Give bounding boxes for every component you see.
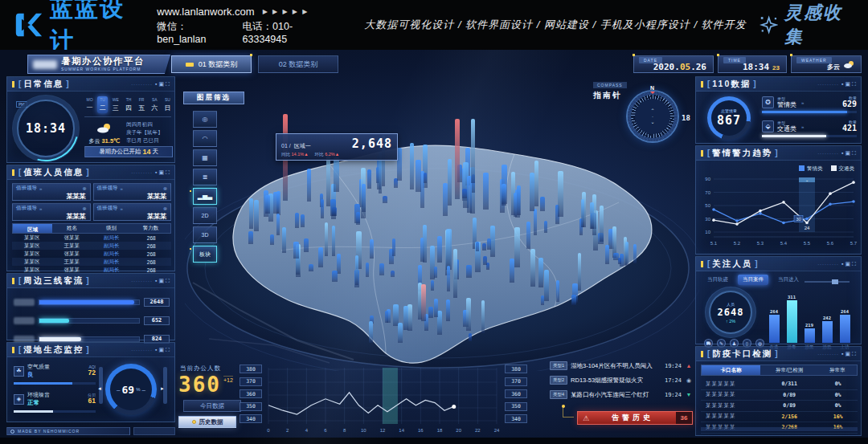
layer-button-radar[interactable]: ◠: [193, 130, 217, 147]
date-box: DATE 2020.05.26: [633, 55, 714, 73]
layer-button-bar-chart[interactable]: ▂▅▃: [193, 188, 217, 205]
brand-logo[interactable]: 蓝蓝设计: [14, 0, 139, 57]
date-label: DATE: [639, 57, 662, 63]
layer-button-list[interactable]: ≣: [193, 169, 217, 185]
cloud-icon: [843, 60, 854, 68]
svg-text:5.4: 5.4: [780, 241, 788, 246]
ecology-gauge: – 69 % – ◄ ►: [105, 364, 157, 415]
map-tooltip: 01 / 区域一 2,648 同比 14.1%▲ 环比 6.2%▲: [276, 133, 398, 161]
layer-button-3d[interactable]: 3D: [193, 226, 217, 243]
alert-history-banner[interactable]: ⚠ 告警历史 36: [577, 411, 693, 425]
duty-leader-card[interactable]: 值班领导»⊗某某某: [93, 183, 172, 201]
duty-leader-card[interactable]: 值班领导»⊗某某某: [93, 203, 172, 221]
checkpoint-header-0[interactable]: 卡口名称: [702, 365, 760, 375]
focus-tab-2[interactable]: 当日进入: [773, 275, 804, 285]
y-axis-tick: 360: [240, 389, 262, 398]
svg-text:16: 16: [418, 428, 424, 433]
site-url[interactable]: www.lanlanwork.com: [157, 6, 254, 18]
focus-tab-0[interactable]: 当日轨迹: [702, 275, 733, 285]
platform-title-block: 暑期办公协作平台 SUMMER WORKING PLATFORM: [27, 55, 170, 74]
layer-button-2d[interactable]: 2D: [193, 207, 217, 224]
focus-bar: 264上访: [839, 309, 851, 350]
svg-text:50: 50: [705, 203, 710, 208]
tooltip-index: 01 /: [281, 143, 291, 149]
tooltip-region: 区域一: [294, 142, 311, 150]
air-quality-item: ☘ 空气质量 良 AQI72: [14, 363, 96, 385]
sun-cloud-icon: [96, 123, 113, 133]
weather-box: WEATHER 多云: [791, 55, 862, 73]
checkpoint-row: 某某某某某2/15616%: [701, 412, 858, 423]
tab-data-category-1[interactable]: 01 数据类别: [171, 55, 252, 73]
alert-direction-icon: ◉: [685, 377, 693, 384]
svg-text:90: 90: [705, 177, 710, 181]
history-data-button[interactable]: 历史数据: [178, 416, 236, 428]
panel-window-icons[interactable]: ▪ ▣ ⛶: [155, 347, 170, 353]
redacted-line-label: [14, 317, 35, 324]
panel-window-icons[interactable]: ▪ ▣ ⛶: [155, 169, 170, 176]
weekday-tu[interactable]: TU二: [97, 96, 108, 113]
panel-title: 值班人员信息: [23, 167, 84, 178]
panel-window-icons[interactable]: ▪ ▣ ⛶: [841, 81, 856, 88]
duty-leader-card[interactable]: 值班领导»⊗某某某: [12, 183, 91, 201]
svg-text:18: 18: [437, 428, 443, 433]
contact-block: www.lanlanwork.com ▶ ▶ ▶ ▶ ▶ 微信：ben_lanl…: [157, 6, 327, 45]
alert-item[interactable]: 类型2RD13-53烟感报警疑似火灾17:24◉: [550, 374, 693, 386]
duty-leader-card[interactable]: 值班领导»⊗某某某: [12, 203, 91, 221]
layer-button-grid[interactable]: ▦: [193, 149, 217, 166]
gauge-slider-left[interactable]: [99, 367, 103, 404]
panel-window-icons[interactable]: ▪ ▣ ⛶: [841, 351, 856, 357]
alarm-badge-icon: ✪: [762, 96, 774, 108]
focus-chart-slider[interactable]: [805, 281, 850, 283]
panel-window-icons[interactable]: ▪ ▣ ⛶: [841, 261, 856, 267]
office-count-value: 360: [178, 373, 221, 397]
today-data-button[interactable]: 今日数据: [183, 400, 241, 412]
svg-text:6: 6: [324, 428, 327, 433]
time-box: TIME 18:3423: [718, 55, 787, 73]
svg-text:2: 2: [286, 428, 289, 433]
panel-trend: [警情警力趋势] ·········▪ ▣ ⛶ 警情类交通类 907050301…: [695, 145, 862, 255]
svg-text:30: 30: [705, 217, 710, 222]
inspiration-collect[interactable]: 灵感收集: [760, 1, 854, 49]
tab-data-category-2[interactable]: 02 数据类别: [258, 55, 338, 73]
compass[interactable]: N ⌃·⌄: [628, 92, 678, 141]
duty-table-row: 某某区王某某副局长268: [12, 258, 171, 266]
alert-history-count: 36: [676, 412, 692, 424]
svg-text:5.3: 5.3: [757, 241, 764, 246]
layer-filter-buttons: ◎◠▦≣▂▅▃2D3D板块: [193, 111, 217, 263]
layer-button-location-pin[interactable]: ◎: [193, 111, 217, 128]
panel-daily-info: [日常信息] ·········▪ ▣ ⛶ PM 18:34 MO一TU二WE三…: [6, 76, 175, 163]
weather-value: 多云: [827, 63, 840, 71]
flow-value: 2648: [144, 298, 170, 307]
weekday-su[interactable]: SU日: [162, 96, 173, 113]
layer-button-blocks[interactable]: 板块: [193, 246, 217, 263]
svg-text:20: 20: [456, 428, 461, 433]
flow-row: 652: [14, 316, 170, 324]
focus-tab-1[interactable]: 当日案件: [738, 275, 768, 285]
y-axis-tick: 340: [505, 414, 527, 423]
weekday-th[interactable]: TH四: [123, 96, 133, 113]
city-3d-map[interactable]: [185, 130, 699, 371]
weekday-we[interactable]: WE三: [110, 96, 121, 113]
platform-title: 暑期办公协作平台: [61, 57, 145, 67]
tooltip-value: 2,648: [352, 136, 392, 151]
alert-direction-icon: ▼: [685, 392, 693, 397]
y-axis-tick: 370: [240, 377, 262, 386]
panel-window-icons[interactable]: ▪ ▣ ⛶: [155, 278, 170, 284]
weekday-mo[interactable]: MO一: [84, 96, 95, 113]
alert-item[interactable]: 类型1湿地3-104片区有不明人员闯入19:24▲: [550, 360, 693, 372]
alert-item[interactable]: 类型4某路口有小汽车连闯三个红灯19:24▼: [550, 389, 693, 401]
focus-bar: 264在逃: [768, 309, 780, 350]
focus-bar: 311涉毒: [786, 295, 798, 350]
office-count-delta: +12: [223, 376, 233, 383]
svg-text:4: 4: [305, 428, 309, 433]
gauge-slider-right[interactable]: [163, 367, 167, 404]
weekday-fr[interactable]: FR五: [137, 96, 147, 113]
panel-window-icons[interactable]: ▪ ▣ ⛶: [155, 81, 170, 88]
weekday-sa[interactable]: SA六: [149, 96, 160, 113]
svg-text:8: 8: [343, 428, 346, 433]
panel-window-icons[interactable]: ▪ ▣ ⛶: [841, 150, 856, 157]
speaker-icon: ◈: [14, 394, 24, 405]
duty-table-row: 某某区张某某副局长268: [12, 250, 171, 258]
trend-legend: 警情类交通类: [799, 165, 854, 173]
y-axis-tick: 340: [240, 414, 262, 423]
